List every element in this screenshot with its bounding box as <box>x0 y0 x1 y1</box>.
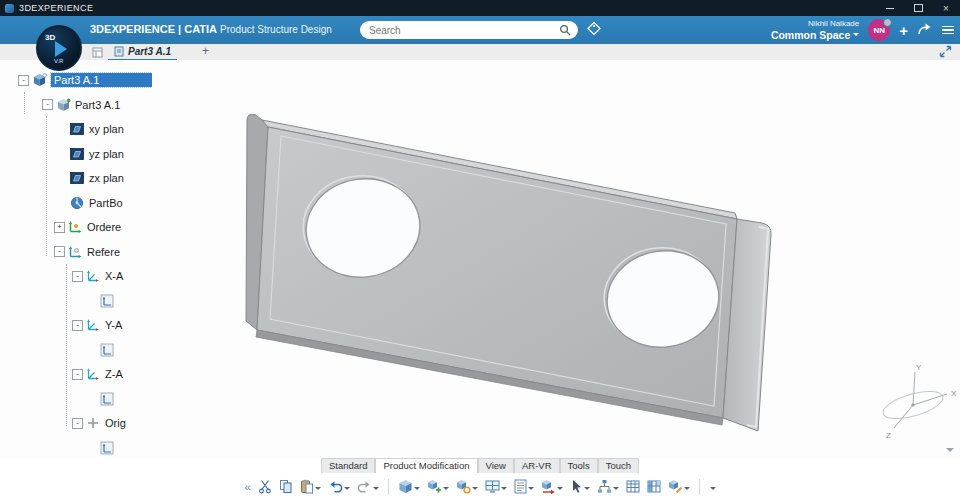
paste-icon[interactable] <box>298 477 323 497</box>
dropdown-caret-icon[interactable] <box>557 487 563 493</box>
tab-tools[interactable]: Tools <box>560 458 598 473</box>
new-component-icon[interactable] <box>425 477 451 497</box>
action-bar: Standard Product Modification View AR-VR… <box>0 458 960 500</box>
design-graph-icon[interactable] <box>595 477 621 497</box>
tree-item-root-part3[interactable]: - Part3 A.1 <box>0 68 152 93</box>
tree-item-ordered-set[interactable]: + Ordere <box>0 215 152 240</box>
new-tab-button[interactable]: + <box>202 44 209 58</box>
panel-collapse-icon[interactable] <box>946 448 954 456</box>
tree-item-zx-plane[interactable]: zx plan <box>0 166 152 191</box>
avatar[interactable]: NN <box>868 19 890 41</box>
dropdown-caret-icon[interactable] <box>528 487 534 493</box>
tree-item-label[interactable]: Refere <box>87 246 120 258</box>
search-input[interactable] <box>360 25 559 36</box>
tree-item-label[interactable]: yz plan <box>89 148 124 160</box>
tree-item-label[interactable]: Z-A <box>105 368 123 380</box>
tab-product-modification[interactable]: Product Modification <box>375 458 477 473</box>
toolbar-overflow-icon[interactable] <box>707 477 718 497</box>
brand-name: 3DEXPERIENCE <box>90 23 175 35</box>
tree-item-x-axis[interactable]: - X-A <box>0 264 152 289</box>
collapse-expander-icon[interactable]: - <box>54 246 65 257</box>
tab-list-icon[interactable] <box>92 47 103 58</box>
tree-item-label[interactable]: zx plan <box>89 172 124 184</box>
brand-separator: | <box>178 23 181 35</box>
tree-item-label[interactable]: PartBo <box>89 197 123 209</box>
tree-item-axis-system[interactable] <box>0 436 152 459</box>
tree-item-part3[interactable]: - Part3 A.1 <box>0 93 152 118</box>
dropdown-caret-icon[interactable] <box>315 487 321 493</box>
tree-item-label[interactable]: X-A <box>105 270 123 282</box>
dropdown-caret-icon[interactable] <box>443 487 449 493</box>
tree-item-axis-system[interactable] <box>0 289 152 314</box>
tree-item-origin[interactable]: - Orig <box>0 411 152 436</box>
tab-part3[interactable]: Part3 A.1 <box>108 44 177 61</box>
copy-icon[interactable] <box>277 477 295 497</box>
expand-expander-icon[interactable]: + <box>54 222 65 233</box>
tree-item-z-axis[interactable]: - Z-A <box>0 362 152 387</box>
insert-component-icon[interactable] <box>396 477 422 497</box>
tree-item-label[interactable]: xy plan <box>89 123 124 135</box>
tab-standard[interactable]: Standard <box>321 458 376 473</box>
tree-item-label[interactable]: Ordere <box>87 221 121 233</box>
cut-icon[interactable] <box>256 477 274 497</box>
tab-touch[interactable]: Touch <box>598 458 639 473</box>
collapse-expander-icon[interactable]: - <box>72 418 83 429</box>
tab-ar-vr[interactable]: AR-VR <box>514 458 560 473</box>
minimize-button[interactable] <box>876 0 904 16</box>
ordered-set-icon <box>68 220 84 234</box>
tree-item-references[interactable]: - Refere <box>0 240 152 265</box>
tree-item-label[interactable]: Y-A <box>105 319 122 331</box>
tree-item-partbody[interactable]: PartBo <box>0 191 152 216</box>
part-3d-model[interactable] <box>150 60 960 458</box>
tree-item-label[interactable]: Part3 A.1 <box>51 73 152 87</box>
tree-item-y-axis[interactable]: - Y-A <box>0 313 152 338</box>
collapse-expander-icon[interactable]: - <box>72 271 83 282</box>
collapse-expander-icon[interactable]: - <box>72 369 83 380</box>
tree-item-label[interactable]: Part3 A.1 <box>75 99 120 111</box>
select-mode-icon[interactable] <box>568 477 592 497</box>
undo-icon[interactable] <box>326 477 352 497</box>
dropdown-caret-icon[interactable] <box>584 487 590 493</box>
search-box[interactable] <box>360 21 578 39</box>
tree-item-axis-system[interactable] <box>0 338 152 363</box>
toolbar-collapse-icon[interactable]: « <box>242 477 252 497</box>
tag-icon[interactable] <box>586 21 602 37</box>
add-content-icon[interactable]: + <box>899 23 908 38</box>
manage-components-icon[interactable] <box>454 477 480 497</box>
dropdown-caret-icon[interactable] <box>472 487 478 493</box>
dropdown-caret-icon[interactable] <box>373 487 379 493</box>
workspace-selector[interactable]: Common Space <box>771 29 850 41</box>
replace-component-icon[interactable] <box>539 477 565 497</box>
close-button[interactable]: × <box>932 0 960 16</box>
menu-icon[interactable] <box>942 26 954 35</box>
user-info[interactable]: Nikhil Naikade Common Space <box>771 19 859 40</box>
share-icon[interactable] <box>917 21 933 39</box>
tree-item-axis-system[interactable] <box>0 387 152 412</box>
properties-icon[interactable] <box>512 477 536 497</box>
part-doc-icon <box>114 46 124 57</box>
compass-logo[interactable]: 3D V.R <box>36 25 82 71</box>
viewport[interactable]: Y X Z - Part3 A.1 - Part3 A.1 xy plan <box>0 60 960 458</box>
dropdown-caret-icon[interactable] <box>414 487 420 493</box>
collapse-expander-icon[interactable]: - <box>42 99 53 110</box>
tree-item-yz-plane[interactable]: yz plan <box>0 142 152 167</box>
table-view-icon[interactable] <box>624 477 642 497</box>
tab-view[interactable]: View <box>478 458 514 473</box>
dropdown-caret-icon[interactable] <box>613 487 619 493</box>
matrix-view-icon[interactable] <box>645 477 663 497</box>
dropdown-caret-icon[interactable] <box>344 487 350 493</box>
tree-item-label[interactable]: Orig <box>105 417 126 429</box>
maximize-button[interactable] <box>904 0 932 16</box>
expand-viewport-icon[interactable] <box>939 45 952 58</box>
redo-icon[interactable] <box>355 477 381 497</box>
search-icon[interactable] <box>559 24 571 36</box>
tree-item-xy-plane[interactable]: xy plan <box>0 117 152 142</box>
window-layout-icon[interactable] <box>483 477 509 497</box>
dropdown-caret-icon[interactable] <box>684 487 690 493</box>
axis-triad[interactable]: Y X Z <box>863 360 960 452</box>
edit-component-icon[interactable] <box>666 477 692 497</box>
collapse-expander-icon[interactable]: - <box>72 320 83 331</box>
toolbar-separator <box>699 479 700 495</box>
collapse-expander-icon[interactable]: - <box>18 75 29 86</box>
dropdown-caret-icon[interactable] <box>501 487 507 493</box>
